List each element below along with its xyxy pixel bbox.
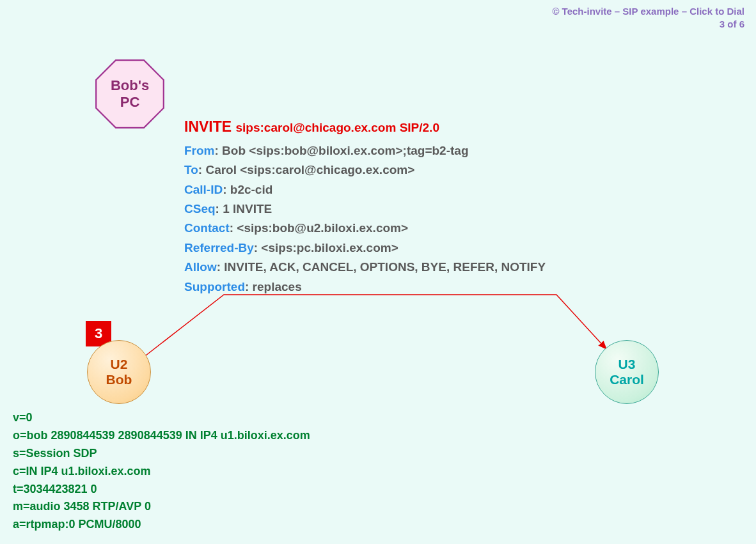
sdp-line: a=rtpmap:0 PCMU/8000 <box>13 516 310 534</box>
sdp-line: o=bob 2890844539 2890844539 IN IP4 u1.bi… <box>13 427 310 445</box>
sip-header-contact: Contact: <sips:bob@u2.biloxi.ex.com> <box>184 219 546 238</box>
copyright-line-1: © Tech-invite – SIP example – Click to D… <box>552 5 744 18</box>
sdp-line: c=IN IP4 u1.biloxi.ex.com <box>13 463 310 481</box>
sdp-line: t=3034423821 0 <box>13 481 310 499</box>
sip-header-to: To: Carol <sips:carol@chicago.ex.com> <box>184 160 546 180</box>
sip-header-supported: Supported: replaces <box>184 277 546 297</box>
node-id: U2 <box>111 357 128 372</box>
copyright-line-2: 3 of 6 <box>552 18 744 31</box>
sip-request-uri: sips:carol@chicago.ex.com SIP/2.0 <box>236 121 439 134</box>
sip-request-line: INVITE sips:carol@chicago.ex.com SIP/2.0 <box>184 115 546 139</box>
node-u3-carol: U3 Carol <box>595 340 659 404</box>
sip-message: INVITE sips:carol@chicago.ex.com SIP/2.0… <box>184 115 546 297</box>
sdp-body: v=0 o=bob 2890844539 2890844539 IN IP4 u… <box>13 409 310 534</box>
octagon-label: Bob's PC <box>111 77 149 111</box>
sip-method: INVITE <box>184 118 232 135</box>
node-name: Bob <box>106 372 132 387</box>
sip-header-cseq: CSeq: 1 INVITE <box>184 199 546 219</box>
sip-header-from: From: Bob <sips:bob@biloxi.ex.com>;tag=b… <box>184 141 546 160</box>
node-id: U3 <box>618 357 636 372</box>
copyright-notice: © Tech-invite – SIP example – Click to D… <box>552 5 744 30</box>
sip-header-call-id: Call-ID: b2c-cid <box>184 180 546 199</box>
sip-header-referred-by: Referred-By: <sips:pc.biloxi.ex.com> <box>184 238 546 258</box>
sdp-line: s=Session SDP <box>13 445 310 463</box>
sdp-line: v=0 <box>13 409 310 427</box>
node-u2-bob: U2 Bob <box>87 340 151 404</box>
sip-header-allow: Allow: INVITE, ACK, CANCEL, OPTIONS, BYE… <box>184 258 546 277</box>
sdp-line: m=audio 3458 RTP/AVP 0 <box>13 498 310 516</box>
node-bobs-pc: Bob's PC <box>95 59 165 129</box>
node-name: Carol <box>610 372 644 387</box>
